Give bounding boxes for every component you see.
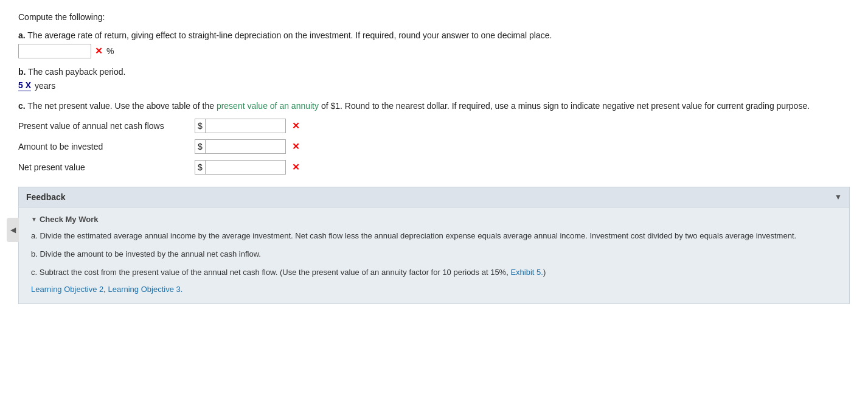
section-c-bold: c. — [18, 101, 26, 111]
feedback-para-a-text: a. Divide the estimated average annual i… — [31, 231, 796, 240]
amount-invested-x-mark: ✕ — [292, 141, 300, 152]
feedback-para-b: b. Divide the amount to be invested by t… — [31, 248, 837, 260]
feedback-para-a: a. Divide the estimated average annual i… — [31, 230, 837, 242]
section-b-unit: years — [35, 81, 55, 91]
pv-annual-input-wrap: $ — [195, 119, 286, 133]
sidebar-toggle[interactable]: ◀ — [7, 218, 19, 242]
amount-invested-input[interactable] — [206, 140, 285, 153]
section-c: c. The net present value. Use the above … — [18, 100, 850, 175]
feedback-para-b-text: b. Divide the amount to be invested by t… — [31, 249, 261, 259]
section-b-row: 5 X years — [18, 80, 850, 91]
feedback-header-label: Feedback — [26, 192, 66, 202]
section-a-text: The average rate of return, giving effec… — [26, 30, 552, 40]
feedback-body: Check My Work a. Divide the estimated av… — [19, 207, 849, 304]
present-value-annuity-link[interactable]: present value of an annuity — [217, 101, 319, 111]
pv-annual-x-mark: ✕ — [292, 120, 300, 131]
feedback-para-c-end: ) — [543, 268, 546, 277]
section-a-bold: a. — [18, 30, 26, 40]
net-present-value-input-wrap: $ — [195, 160, 286, 175]
net-present-value-x-mark: ✕ — [292, 162, 300, 173]
section-a: a. The average rate of return, giving ef… — [18, 30, 850, 58]
amount-invested-label: Amount to be invested — [18, 142, 189, 151]
section-a-label: a. The average rate of return, giving ef… — [18, 30, 850, 40]
compute-label: Compute the following: — [18, 12, 850, 22]
feedback-collapse-icon: ▼ — [835, 193, 842, 201]
section-a-x-mark: ✕ — [95, 46, 103, 57]
learning-links: Learning Objective 2, Learning Objective… — [31, 285, 837, 294]
amount-invested-input-wrap: $ — [195, 139, 286, 154]
section-b: b. The cash payback period. 5 X years — [18, 67, 850, 91]
learning-objective-2-link[interactable]: Learning Objective 2 — [31, 285, 103, 294]
section-b-bold: b. — [18, 67, 26, 77]
table-row: Amount to be invested $ ✕ — [18, 139, 850, 154]
amount-invested-dollar-sign: $ — [195, 140, 206, 153]
feedback-container: ◀ Feedback ▼ Check My Work a. Divide the… — [18, 187, 850, 304]
check-my-work-text: Check My Work — [40, 215, 99, 224]
learning-objective-3-link[interactable]: Learning Objective 3. — [108, 285, 182, 294]
section-c-text2: of $1. Round to the nearest dollar. If r… — [319, 101, 810, 111]
net-present-value-label: Net present value — [18, 162, 189, 172]
net-present-value-input[interactable] — [206, 161, 285, 174]
npv-table: Present value of annual net cash flows $… — [18, 119, 850, 175]
section-a-input-row: ✕ % — [18, 44, 850, 58]
exhibit-5-link[interactable]: Exhibit 5. — [510, 268, 543, 277]
average-rate-input[interactable] — [18, 44, 91, 58]
table-row: Net present value $ ✕ — [18, 160, 850, 175]
table-row: Present value of annual net cash flows $… — [18, 119, 850, 133]
check-my-work-label: Check My Work — [31, 215, 837, 224]
section-b-label: b. The cash payback period. — [18, 67, 850, 77]
feedback-para-c-text: c. Subtract the cost from the present va… — [31, 268, 510, 277]
section-c-text1: The net present value. Use the above tab… — [26, 101, 217, 111]
section-a-unit: % — [106, 46, 114, 56]
pv-annual-input[interactable] — [206, 119, 285, 133]
section-b-text: The cash payback period. — [26, 67, 125, 77]
pv-annual-net-label: Present value of annual net cash flows — [18, 121, 189, 131]
net-present-value-dollar-sign: $ — [195, 161, 206, 174]
feedback-para-c: c. Subtract the cost from the present va… — [31, 266, 837, 279]
cash-payback-value: 5 X — [18, 80, 31, 91]
section-c-desc: c. The net present value. Use the above … — [18, 100, 850, 113]
pv-annual-dollar-sign: $ — [195, 119, 206, 133]
compute-label-text: Compute the following: — [18, 12, 105, 22]
feedback-header[interactable]: Feedback ▼ — [19, 187, 849, 207]
